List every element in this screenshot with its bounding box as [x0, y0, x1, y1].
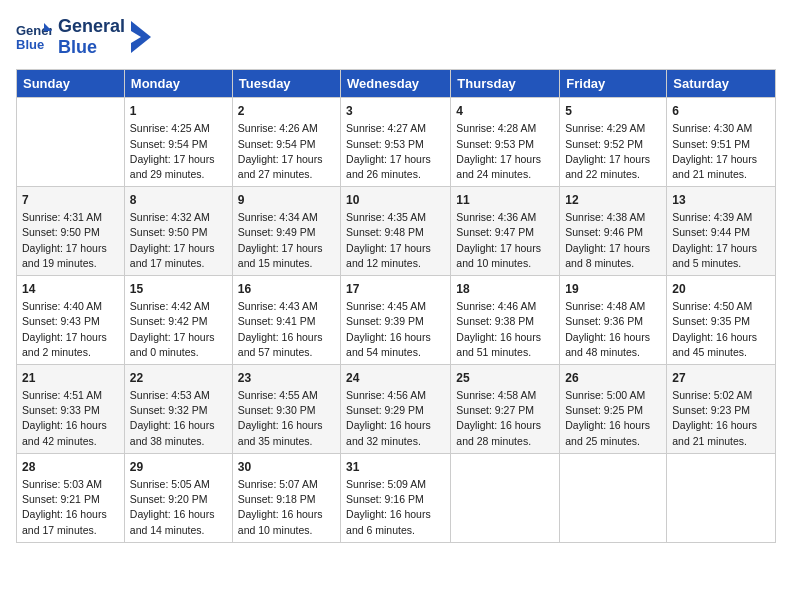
calendar-cell: 28Sunrise: 5:03 AM Sunset: 9:21 PM Dayli… — [17, 453, 125, 542]
day-number: 5 — [565, 102, 661, 120]
day-info: Sunrise: 4:56 AM Sunset: 9:29 PM Dayligh… — [346, 388, 445, 449]
day-header-wednesday: Wednesday — [341, 70, 451, 98]
svg-marker-3 — [131, 21, 151, 53]
day-info: Sunrise: 4:53 AM Sunset: 9:32 PM Dayligh… — [130, 388, 227, 449]
day-number: 16 — [238, 280, 335, 298]
day-number: 27 — [672, 369, 770, 387]
calendar-cell: 4Sunrise: 4:28 AM Sunset: 9:53 PM Daylig… — [451, 98, 560, 187]
calendar-cell: 13Sunrise: 4:39 AM Sunset: 9:44 PM Dayli… — [667, 187, 776, 276]
day-header-sunday: Sunday — [17, 70, 125, 98]
day-info: Sunrise: 4:36 AM Sunset: 9:47 PM Dayligh… — [456, 210, 554, 271]
calendar-cell: 14Sunrise: 4:40 AM Sunset: 9:43 PM Dayli… — [17, 276, 125, 365]
calendar-cell: 24Sunrise: 4:56 AM Sunset: 9:29 PM Dayli… — [341, 365, 451, 454]
calendar-cell — [17, 98, 125, 187]
day-info: Sunrise: 4:35 AM Sunset: 9:48 PM Dayligh… — [346, 210, 445, 271]
day-info: Sunrise: 4:39 AM Sunset: 9:44 PM Dayligh… — [672, 210, 770, 271]
calendar-cell — [667, 453, 776, 542]
calendar-cell: 29Sunrise: 5:05 AM Sunset: 9:20 PM Dayli… — [124, 453, 232, 542]
day-number: 31 — [346, 458, 445, 476]
day-number: 21 — [22, 369, 119, 387]
calendar-cell: 22Sunrise: 4:53 AM Sunset: 9:32 PM Dayli… — [124, 365, 232, 454]
day-info: Sunrise: 4:27 AM Sunset: 9:53 PM Dayligh… — [346, 121, 445, 182]
day-info: Sunrise: 5:03 AM Sunset: 9:21 PM Dayligh… — [22, 477, 119, 538]
day-info: Sunrise: 4:25 AM Sunset: 9:54 PM Dayligh… — [130, 121, 227, 182]
day-info: Sunrise: 4:51 AM Sunset: 9:33 PM Dayligh… — [22, 388, 119, 449]
day-number: 6 — [672, 102, 770, 120]
day-info: Sunrise: 4:28 AM Sunset: 9:53 PM Dayligh… — [456, 121, 554, 182]
day-number: 10 — [346, 191, 445, 209]
day-number: 1 — [130, 102, 227, 120]
logo-arrow-icon — [131, 21, 151, 53]
day-info: Sunrise: 4:46 AM Sunset: 9:38 PM Dayligh… — [456, 299, 554, 360]
day-info: Sunrise: 4:26 AM Sunset: 9:54 PM Dayligh… — [238, 121, 335, 182]
day-info: Sunrise: 5:02 AM Sunset: 9:23 PM Dayligh… — [672, 388, 770, 449]
day-info: Sunrise: 4:42 AM Sunset: 9:42 PM Dayligh… — [130, 299, 227, 360]
calendar-cell — [560, 453, 667, 542]
calendar-cell: 7Sunrise: 4:31 AM Sunset: 9:50 PM Daylig… — [17, 187, 125, 276]
day-header-friday: Friday — [560, 70, 667, 98]
day-header-tuesday: Tuesday — [232, 70, 340, 98]
logo-line1: General — [58, 16, 125, 37]
day-info: Sunrise: 4:34 AM Sunset: 9:49 PM Dayligh… — [238, 210, 335, 271]
day-info: Sunrise: 4:58 AM Sunset: 9:27 PM Dayligh… — [456, 388, 554, 449]
calendar-cell: 27Sunrise: 5:02 AM Sunset: 9:23 PM Dayli… — [667, 365, 776, 454]
day-number: 18 — [456, 280, 554, 298]
day-number: 20 — [672, 280, 770, 298]
day-number: 29 — [130, 458, 227, 476]
day-info: Sunrise: 5:00 AM Sunset: 9:25 PM Dayligh… — [565, 388, 661, 449]
calendar-week-row: 21Sunrise: 4:51 AM Sunset: 9:33 PM Dayli… — [17, 365, 776, 454]
calendar-cell: 19Sunrise: 4:48 AM Sunset: 9:36 PM Dayli… — [560, 276, 667, 365]
day-number: 17 — [346, 280, 445, 298]
calendar-cell: 2Sunrise: 4:26 AM Sunset: 9:54 PM Daylig… — [232, 98, 340, 187]
day-number: 4 — [456, 102, 554, 120]
day-number: 8 — [130, 191, 227, 209]
calendar-cell: 16Sunrise: 4:43 AM Sunset: 9:41 PM Dayli… — [232, 276, 340, 365]
page-header: General Blue General Blue — [16, 16, 776, 57]
calendar-cell: 11Sunrise: 4:36 AM Sunset: 9:47 PM Dayli… — [451, 187, 560, 276]
day-number: 30 — [238, 458, 335, 476]
day-number: 11 — [456, 191, 554, 209]
day-info: Sunrise: 4:29 AM Sunset: 9:52 PM Dayligh… — [565, 121, 661, 182]
day-info: Sunrise: 4:32 AM Sunset: 9:50 PM Dayligh… — [130, 210, 227, 271]
calendar-cell: 6Sunrise: 4:30 AM Sunset: 9:51 PM Daylig… — [667, 98, 776, 187]
day-info: Sunrise: 5:09 AM Sunset: 9:16 PM Dayligh… — [346, 477, 445, 538]
day-info: Sunrise: 4:45 AM Sunset: 9:39 PM Dayligh… — [346, 299, 445, 360]
calendar-week-row: 14Sunrise: 4:40 AM Sunset: 9:43 PM Dayli… — [17, 276, 776, 365]
calendar-cell: 10Sunrise: 4:35 AM Sunset: 9:48 PM Dayli… — [341, 187, 451, 276]
day-number: 24 — [346, 369, 445, 387]
day-info: Sunrise: 5:07 AM Sunset: 9:18 PM Dayligh… — [238, 477, 335, 538]
calendar-cell — [451, 453, 560, 542]
day-info: Sunrise: 4:43 AM Sunset: 9:41 PM Dayligh… — [238, 299, 335, 360]
day-number: 28 — [22, 458, 119, 476]
calendar-week-row: 1Sunrise: 4:25 AM Sunset: 9:54 PM Daylig… — [17, 98, 776, 187]
day-number: 19 — [565, 280, 661, 298]
day-number: 3 — [346, 102, 445, 120]
calendar-table: SundayMondayTuesdayWednesdayThursdayFrid… — [16, 69, 776, 542]
calendar-cell: 15Sunrise: 4:42 AM Sunset: 9:42 PM Dayli… — [124, 276, 232, 365]
logo-line2: Blue — [58, 37, 125, 58]
day-number: 9 — [238, 191, 335, 209]
calendar-cell: 18Sunrise: 4:46 AM Sunset: 9:38 PM Dayli… — [451, 276, 560, 365]
day-number: 22 — [130, 369, 227, 387]
day-info: Sunrise: 4:50 AM Sunset: 9:35 PM Dayligh… — [672, 299, 770, 360]
calendar-week-row: 28Sunrise: 5:03 AM Sunset: 9:21 PM Dayli… — [17, 453, 776, 542]
logo-icon: General Blue — [16, 19, 52, 55]
day-info: Sunrise: 5:05 AM Sunset: 9:20 PM Dayligh… — [130, 477, 227, 538]
calendar-cell: 9Sunrise: 4:34 AM Sunset: 9:49 PM Daylig… — [232, 187, 340, 276]
logo: General Blue General Blue — [16, 16, 151, 57]
day-number: 26 — [565, 369, 661, 387]
calendar-cell: 17Sunrise: 4:45 AM Sunset: 9:39 PM Dayli… — [341, 276, 451, 365]
day-number: 14 — [22, 280, 119, 298]
day-info: Sunrise: 4:31 AM Sunset: 9:50 PM Dayligh… — [22, 210, 119, 271]
day-number: 12 — [565, 191, 661, 209]
calendar-cell: 30Sunrise: 5:07 AM Sunset: 9:18 PM Dayli… — [232, 453, 340, 542]
day-info: Sunrise: 4:40 AM Sunset: 9:43 PM Dayligh… — [22, 299, 119, 360]
calendar-header-row: SundayMondayTuesdayWednesdayThursdayFrid… — [17, 70, 776, 98]
day-info: Sunrise: 4:30 AM Sunset: 9:51 PM Dayligh… — [672, 121, 770, 182]
calendar-cell: 5Sunrise: 4:29 AM Sunset: 9:52 PM Daylig… — [560, 98, 667, 187]
day-header-monday: Monday — [124, 70, 232, 98]
calendar-cell: 21Sunrise: 4:51 AM Sunset: 9:33 PM Dayli… — [17, 365, 125, 454]
calendar-cell: 31Sunrise: 5:09 AM Sunset: 9:16 PM Dayli… — [341, 453, 451, 542]
day-number: 7 — [22, 191, 119, 209]
day-number: 2 — [238, 102, 335, 120]
